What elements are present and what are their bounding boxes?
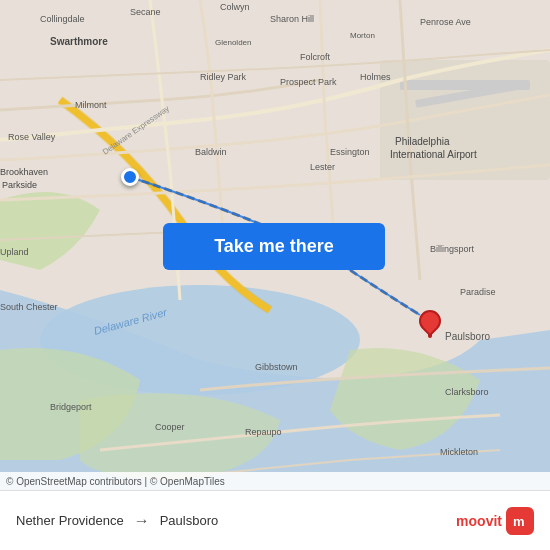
svg-text:Secane: Secane xyxy=(130,7,161,17)
svg-text:Rose Valley: Rose Valley xyxy=(8,132,56,142)
svg-text:Milmont: Milmont xyxy=(75,100,107,110)
svg-text:Colwyn: Colwyn xyxy=(220,2,250,12)
svg-text:Sharon Hill: Sharon Hill xyxy=(270,14,314,24)
destination-marker xyxy=(418,310,442,340)
svg-text:Folcroft: Folcroft xyxy=(300,52,331,62)
svg-text:Ridley Park: Ridley Park xyxy=(200,72,247,82)
route-arrow-icon: → xyxy=(134,512,150,530)
map-attribution: © OpenStreetMap contributors | © OpenMap… xyxy=(0,472,550,490)
svg-text:Gibbstown: Gibbstown xyxy=(255,362,298,372)
svg-text:Parkside: Parkside xyxy=(2,180,37,190)
svg-text:Clarksboro: Clarksboro xyxy=(445,387,489,397)
svg-text:Baldwin: Baldwin xyxy=(195,147,227,157)
svg-text:Swarthmore: Swarthmore xyxy=(50,36,108,47)
svg-text:Upland: Upland xyxy=(0,247,29,257)
svg-text:Essington: Essington xyxy=(330,147,370,157)
moovit-logo[interactable]: moovit m xyxy=(456,507,534,535)
svg-text:Brookhaven: Brookhaven xyxy=(0,167,48,177)
bottom-bar: Nether Providence → Paulsboro moovit m xyxy=(0,490,550,550)
svg-text:m: m xyxy=(513,514,525,529)
svg-text:Bridgeport: Bridgeport xyxy=(50,402,92,412)
svg-text:Penrose Ave: Penrose Ave xyxy=(420,17,471,27)
svg-text:Lester: Lester xyxy=(310,162,335,172)
svg-text:Prospect Park: Prospect Park xyxy=(280,77,337,87)
moovit-icon: m xyxy=(506,507,534,535)
route-to-label: Paulsboro xyxy=(160,513,219,528)
svg-text:South Chester: South Chester xyxy=(0,302,58,312)
svg-text:Mickleton: Mickleton xyxy=(440,447,478,457)
svg-text:International Airport: International Airport xyxy=(390,149,477,160)
map-container: Collingdale Secane Colwyn Swarthmore Sha… xyxy=(0,0,550,490)
svg-text:Repaupo: Repaupo xyxy=(245,427,282,437)
route-from-label: Nether Providence xyxy=(16,513,124,528)
svg-text:Paulsboro: Paulsboro xyxy=(445,331,490,342)
svg-text:Holmes: Holmes xyxy=(360,72,391,82)
svg-text:Glenolden: Glenolden xyxy=(215,38,251,47)
svg-text:Philadelphia: Philadelphia xyxy=(395,136,450,147)
take-me-there-button[interactable]: Take me there xyxy=(163,223,385,270)
svg-text:Collingdale: Collingdale xyxy=(40,14,85,24)
svg-text:Morton: Morton xyxy=(350,31,375,40)
svg-text:Cooper: Cooper xyxy=(155,422,185,432)
attribution-text: © OpenStreetMap contributors | © OpenMap… xyxy=(6,476,225,487)
svg-text:Paradise: Paradise xyxy=(460,287,496,297)
origin-marker xyxy=(121,168,139,186)
svg-text:Billingsport: Billingsport xyxy=(430,244,475,254)
moovit-brand-text: moovit xyxy=(456,513,502,529)
